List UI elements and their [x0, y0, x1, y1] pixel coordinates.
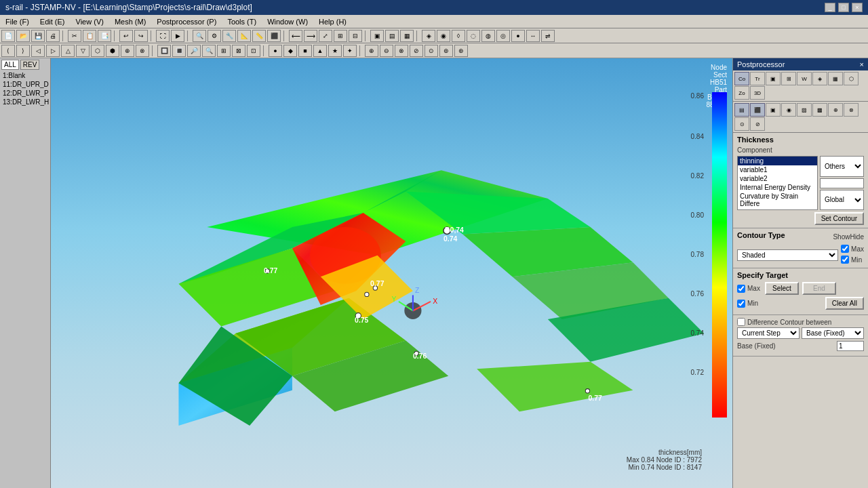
tb2-b27[interactable]: ⊘ [410, 45, 423, 57]
tb2-b24[interactable]: ⊕ [365, 45, 378, 57]
tb-b1[interactable]: ✂ [68, 30, 81, 42]
listbox-item-thinning[interactable]: thinning [738, 157, 817, 165]
tb-b18[interactable]: ⊟ [349, 30, 362, 42]
tb2-b15[interactable]: ⊞ [217, 45, 231, 57]
pp-icon-r2-5[interactable]: ▨ [797, 103, 812, 117]
viewport[interactable]: X Y Z B0,74 0.74 0.77 0.77 0.75 0.76 0.7… [51, 58, 732, 488]
tb2-b2[interactable]: ⟩ [16, 45, 30, 57]
tb2-b12[interactable]: 🔳 [172, 45, 186, 57]
menu-postprocessor[interactable]: Postprocessor (P) [151, 16, 222, 27]
tb-b5[interactable]: ↪ [134, 30, 148, 42]
menu-window[interactable]: Window (W) [262, 16, 313, 27]
tb-b12[interactable]: 📏 [252, 30, 266, 42]
menu-edit[interactable]: Edit (E) [35, 16, 71, 27]
show-min-checkbox[interactable] [841, 256, 849, 264]
component-listbox[interactable]: thinning variable1 variable2 Internal En… [737, 156, 818, 210]
tb-b9[interactable]: ⚙ [208, 30, 221, 42]
pp-icon-wall[interactable]: W [797, 72, 812, 85]
tb-b28[interactable]: ● [511, 30, 525, 42]
listbox-item-variable1[interactable]: variable1 [738, 165, 817, 174]
tb-open[interactable]: 📂 [16, 30, 30, 42]
pp-icon-b10[interactable]: 3D [750, 86, 765, 100]
tb2-b5[interactable]: △ [61, 45, 75, 57]
tb-b16[interactable]: ⤢ [319, 30, 332, 42]
tb-b10[interactable]: 🔧 [222, 30, 236, 42]
tb2-b7[interactable]: ⬡ [91, 45, 104, 57]
tb-new[interactable]: 📄 [1, 30, 15, 42]
tb-b7[interactable]: ▶ [171, 30, 184, 42]
global-select[interactable]: Global [820, 190, 864, 211]
tb-b27[interactable]: ◎ [496, 30, 510, 42]
tb2-b18[interactable]: ● [269, 45, 282, 57]
tb-b23[interactable]: ◉ [437, 30, 450, 42]
tb2-b20[interactable]: ■ [298, 45, 312, 57]
contour-type-select[interactable]: Shaded Line Both [737, 249, 838, 261]
tb2-b6[interactable]: ▽ [76, 45, 90, 57]
tb-b2[interactable]: 📋 [83, 30, 96, 42]
end-button[interactable]: End [802, 282, 836, 295]
tb2-b9[interactable]: ⊕ [121, 45, 134, 57]
pp-icon-r2-8[interactable]: ⊗ [844, 103, 859, 117]
pp-icon-r2-10[interactable]: ⊘ [750, 117, 765, 131]
tb2-b16[interactable]: ⊠ [232, 45, 245, 57]
pp-icon-r2-6[interactable]: ▩ [812, 103, 827, 117]
tb-b25[interactable]: ◌ [467, 30, 480, 42]
pp-icon-contact[interactable]: Co [734, 72, 749, 85]
others-input[interactable] [820, 178, 864, 188]
listbox-item-prin-rho1[interactable]: prin curvature rho1 [738, 208, 817, 210]
item-dr-upr-de[interactable]: 11:DR_UPR_DE [1, 80, 49, 89]
tb2-b10[interactable]: ⊗ [136, 45, 149, 57]
pp-icon-r2-4[interactable]: ◉ [781, 103, 796, 117]
menu-tools[interactable]: Tools (T) [222, 16, 262, 27]
maximize-button[interactable]: □ [838, 3, 849, 12]
tb-save[interactable]: 💾 [31, 30, 45, 42]
pp-icon-b7[interactable]: ▦ [828, 72, 843, 85]
pp-icon-r2-9[interactable]: ⊙ [734, 117, 749, 131]
tb2-b25[interactable]: ⊖ [380, 45, 393, 57]
tb-b8[interactable]: 🔍 [193, 30, 206, 42]
pp-icon-r2-2[interactable]: ⬛ [750, 103, 765, 117]
tb-print[interactable]: 🖨 [46, 30, 60, 42]
diff-contour-checkbox[interactable] [737, 318, 745, 326]
tb-b3[interactable]: 📑 [98, 30, 111, 42]
menu-mesh[interactable]: Mesh (M) [109, 16, 151, 27]
tb-b30[interactable]: ⇌ [541, 30, 555, 42]
tb-b15[interactable]: ⟶ [304, 30, 317, 42]
pp-icon-trace[interactable]: Tr [750, 72, 765, 85]
menu-view[interactable]: View (V) [71, 16, 109, 27]
pp-icon-r2-7[interactable]: ⊕ [828, 103, 843, 117]
listbox-item-variable2[interactable]: variable2 [738, 174, 817, 183]
close-button[interactable]: × [852, 3, 863, 12]
set-contour-button[interactable]: Set Contour [814, 212, 864, 225]
current-step-select[interactable]: Current Step [737, 327, 800, 339]
base-value-input[interactable] [837, 341, 864, 351]
minimize-button[interactable]: _ [825, 3, 835, 12]
tb2-b28[interactable]: ⊙ [425, 45, 438, 57]
pp-icon-r2-1[interactable]: ▤ [734, 103, 749, 117]
tb-b22[interactable]: ◈ [422, 30, 435, 42]
tb-b4[interactable]: ↩ [119, 30, 133, 42]
tb2-b11[interactable]: 🔲 [157, 45, 171, 57]
tb-b14[interactable]: ⟵ [289, 30, 302, 42]
tb2-b3[interactable]: ◁ [31, 45, 45, 57]
clear-all-button[interactable]: Clear All [825, 297, 864, 310]
tb-b29[interactable]: ↔ [526, 30, 540, 42]
tb2-b23[interactable]: ✦ [343, 45, 357, 57]
tb-b24[interactable]: ◊ [452, 30, 465, 42]
tb2-b4[interactable]: ▷ [46, 45, 60, 57]
tb2-b14[interactable]: 🔍 [202, 45, 216, 57]
target-min-checkbox[interactable] [737, 300, 745, 308]
tb2-b13[interactable]: 🔎 [187, 45, 201, 57]
menu-file[interactable]: File (F) [0, 16, 35, 27]
tb2-b26[interactable]: ⊗ [395, 45, 408, 57]
tb-b11[interactable]: 📐 [237, 30, 251, 42]
pp-close[interactable]: × [860, 60, 864, 68]
tb-b26[interactable]: ◍ [481, 30, 495, 42]
tb-b21[interactable]: ▦ [400, 30, 414, 42]
show-max-checkbox[interactable] [841, 245, 849, 253]
tb-b13[interactable]: ⬛ [267, 30, 281, 42]
tb2-b19[interactable]: ◆ [283, 45, 297, 57]
tb2-b29[interactable]: ⊚ [439, 45, 453, 57]
tb-b17[interactable]: ⊞ [334, 30, 347, 42]
item-dr-lwr-punch[interactable]: 12:DR_LWR_PUNCH [1, 89, 49, 98]
